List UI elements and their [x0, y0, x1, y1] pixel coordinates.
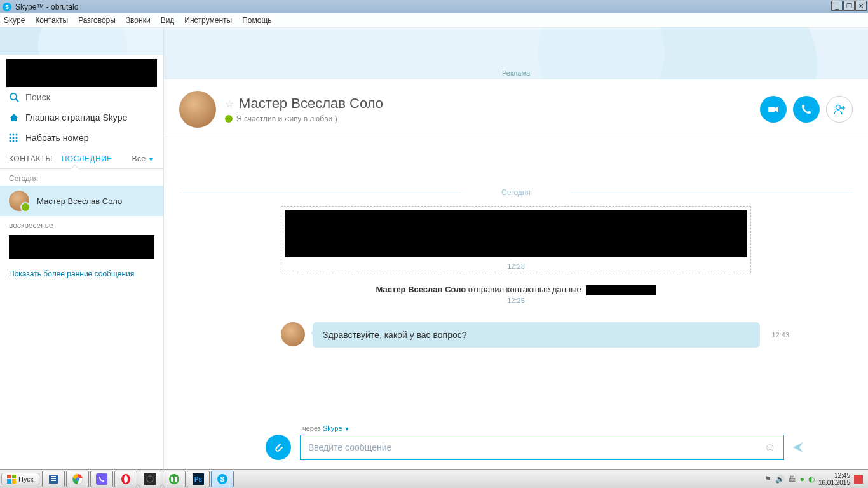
- taskbar-viber[interactable]: [90, 471, 113, 487]
- audio-call-button[interactable]: [793, 96, 820, 123]
- system-time: 12:23: [281, 261, 750, 273]
- send-button[interactable]: [792, 441, 804, 454]
- compose-area: через Skype ▼ ☺: [164, 422, 868, 469]
- clock-date: 16.01.2015: [818, 479, 850, 486]
- windows-taskbar: Пуск Ps S ⚑ 🔊 🖶 ● ◐ 12:45 16.01.2015: [0, 469, 868, 488]
- tray-icon-4[interactable]: ●: [800, 475, 804, 484]
- clock-time: 12:45: [818, 472, 850, 479]
- svg-point-26: [169, 474, 179, 484]
- minimize-button[interactable]: _: [831, 1, 843, 11]
- own-profile-redacted[interactable]: [6, 59, 157, 87]
- menu-bar: SSkypekype Контакты Разговоры Звонки Вид…: [0, 13, 868, 27]
- system-tray: ⚑ 🔊 🖶 ● ◐ 12:45 16.01.2015: [764, 472, 867, 486]
- message-time: 12:43: [771, 331, 789, 339]
- tray-icon-3[interactable]: 🖶: [789, 475, 796, 484]
- chevron-down-icon: ▼: [148, 156, 154, 163]
- tray-volume-icon[interactable]: 🔊: [775, 475, 785, 484]
- filter-all[interactable]: Все ▼: [132, 154, 154, 163]
- sidebar: Поиск Главная страница Skype Набрать ном…: [0, 27, 164, 469]
- svg-rect-11: [768, 107, 775, 112]
- start-label: Пуск: [18, 475, 34, 483]
- redacted-inline: [586, 285, 656, 295]
- taskbar-utorrent[interactable]: [163, 471, 186, 487]
- via-selector[interactable]: через Skype ▼: [302, 424, 804, 432]
- close-button[interactable]: ✕: [855, 1, 867, 11]
- chat-messages[interactable]: Сегодня 12:23 Мастер Всеслав Соло отправ…: [164, 137, 868, 422]
- svg-line-1: [16, 99, 18, 102]
- tab-recent[interactable]: ПОСЛЕДНИЕ: [62, 154, 112, 163]
- menu-conversations[interactable]: Разговоры: [78, 16, 116, 25]
- video-call-button[interactable]: [760, 96, 787, 123]
- menu-skype[interactable]: SSkypekype: [4, 16, 25, 25]
- nav-home[interactable]: Главная страница Skype: [0, 107, 163, 128]
- window-title: Skype™ - obrutalo: [15, 3, 78, 11]
- start-button[interactable]: Пуск: [1, 473, 39, 485]
- menu-calls[interactable]: Звонки: [126, 16, 151, 25]
- dialpad-icon: [9, 133, 19, 142]
- svg-point-3: [13, 134, 15, 136]
- ad-label: Реклама: [502, 69, 530, 77]
- nav-dialpad[interactable]: Набрать номер: [0, 128, 163, 148]
- svg-point-0: [10, 93, 17, 100]
- svg-point-8: [10, 140, 11, 142]
- svg-point-7: [16, 137, 18, 139]
- show-older-link[interactable]: Показать более ранние сообщения: [0, 262, 163, 286]
- chat-header: ☆ Мастер Всеслав Соло Я счастлив и живу …: [164, 79, 868, 137]
- message-bubble[interactable]: Здравствуйте, какой у вас вопрос?: [313, 322, 760, 348]
- taskbar-app-5[interactable]: [139, 471, 161, 487]
- attach-button[interactable]: [266, 435, 291, 460]
- system-time-2: 12:25: [179, 297, 853, 304]
- skype-icon: S: [3, 3, 11, 11]
- svg-point-2: [10, 134, 11, 136]
- menu-view[interactable]: Вид: [161, 16, 175, 25]
- search-input[interactable]: Поиск: [0, 87, 163, 107]
- taskbar-photoshop[interactable]: Ps: [187, 471, 210, 487]
- taskbar-skype[interactable]: S: [211, 471, 234, 487]
- emoji-button[interactable]: ☺: [764, 441, 776, 454]
- message-avatar[interactable]: [281, 322, 305, 346]
- favorite-star-icon[interactable]: ☆: [225, 98, 234, 110]
- chat-title: Мастер Всеслав Соло: [239, 95, 383, 112]
- search-placeholder: Поиск: [25, 92, 50, 102]
- taskbar-app-1[interactable]: [42, 471, 65, 487]
- contact-redacted[interactable]: [9, 235, 154, 259]
- chat-avatar[interactable]: [179, 91, 216, 128]
- message-input[interactable]: [308, 442, 764, 452]
- home-icon: [9, 112, 19, 123]
- nav-home-label: Главная страница Skype: [25, 112, 127, 123]
- taskbar-opera[interactable]: [114, 471, 137, 487]
- tray-icon-1[interactable]: ⚑: [764, 475, 771, 484]
- ad-banner[interactable]: Реклама: [164, 27, 868, 79]
- contact-row-active[interactable]: Мастер Всеслав Соло: [0, 186, 163, 216]
- tray-icon-end[interactable]: [854, 475, 863, 484]
- svg-text:S: S: [220, 475, 224, 483]
- menu-contacts[interactable]: Контакты: [35, 16, 68, 25]
- chevron-down-icon: ▼: [344, 426, 350, 432]
- compose-box: ☺: [300, 435, 784, 460]
- status-online-icon: [225, 115, 233, 123]
- tray-icon-5[interactable]: ◐: [808, 475, 815, 484]
- svg-point-9: [13, 140, 15, 142]
- svg-point-5: [10, 137, 11, 139]
- system-action: отправил контактные данные: [466, 285, 581, 294]
- tab-contacts[interactable]: КОНТАКТЫ: [9, 154, 53, 163]
- search-icon: [9, 92, 19, 102]
- menu-tools[interactable]: Инструменты: [184, 16, 232, 25]
- svg-rect-21: [96, 473, 107, 485]
- svg-rect-17: [51, 478, 56, 479]
- contact-name: Мастер Всеслав Соло: [37, 196, 122, 206]
- taskbar-clock[interactable]: 12:45 16.01.2015: [818, 472, 850, 486]
- nav-dialpad-label: Набрать номер: [25, 133, 89, 143]
- redacted-content: [285, 210, 747, 257]
- svg-point-6: [13, 137, 15, 139]
- message-row: Здравствуйте, какой у вас вопрос? 12:43: [281, 322, 789, 348]
- system-message-box: 12:23: [281, 206, 751, 273]
- chat-main: Реклама ☆ Мастер Всеслав Соло Я счастлив…: [164, 27, 868, 469]
- menu-help[interactable]: Помощь: [242, 16, 271, 25]
- taskbar-chrome[interactable]: [66, 471, 89, 487]
- sidebar-header-bg: [0, 27, 163, 55]
- add-contact-button[interactable]: [826, 96, 853, 123]
- maximize-button[interactable]: ❐: [843, 1, 855, 11]
- system-contact-shared: Мастер Всеслав Соло отправил контактные …: [179, 285, 853, 295]
- windows-logo-icon: [7, 475, 16, 484]
